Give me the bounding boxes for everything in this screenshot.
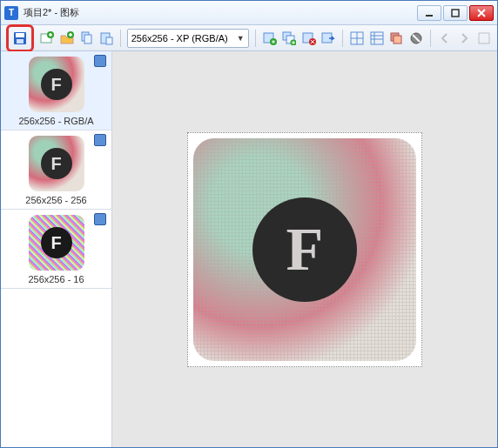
letter-f-icon: F bbox=[41, 148, 72, 179]
duplicate-frame-button[interactable] bbox=[281, 29, 297, 48]
svg-rect-1 bbox=[452, 10, 459, 17]
format-combo[interactable]: 256x256 - XP (RGB/A) ▼ bbox=[127, 29, 249, 48]
save-highlight bbox=[6, 24, 34, 52]
letter-f-icon: F bbox=[41, 227, 72, 258]
letter-f-icon: F bbox=[41, 69, 72, 100]
folder-plus-icon bbox=[60, 31, 74, 45]
svg-rect-43 bbox=[479, 33, 489, 43]
new-frame-button[interactable] bbox=[261, 29, 277, 48]
save-button[interactable] bbox=[10, 29, 30, 48]
toolbar: 256x256 - XP (RGB/A) ▼ bbox=[1, 25, 497, 51]
thumbnail-label: 256x256 - RGB/A bbox=[4, 116, 108, 126]
next-icon bbox=[457, 31, 471, 45]
frame-delete-icon bbox=[302, 31, 316, 45]
app-window: T 项目2* - 图标 256x256 - XP (RGB/A) ▼ bbox=[0, 0, 498, 448]
frame-export-icon bbox=[321, 31, 335, 45]
thumbnail-item[interactable]: F 256x256 - 256 bbox=[1, 130, 111, 210]
close-button[interactable] bbox=[469, 5, 494, 21]
grid-view-button[interactable] bbox=[349, 29, 365, 48]
add-image-button[interactable] bbox=[39, 29, 55, 48]
filter-icon bbox=[409, 31, 423, 45]
options-button[interactable] bbox=[476, 29, 492, 48]
delete-frame-button[interactable] bbox=[300, 29, 316, 48]
thumbnail-item[interactable]: F 256x256 - RGB/A bbox=[1, 51, 111, 130]
thumbnail-label: 256x256 - 16 bbox=[4, 274, 108, 284]
svg-rect-35 bbox=[371, 32, 383, 44]
filter-button[interactable] bbox=[407, 29, 423, 48]
canvas-image: F bbox=[193, 138, 416, 361]
window-title: 项目2* - 图标 bbox=[24, 6, 417, 19]
svg-rect-5 bbox=[16, 33, 24, 37]
options-icon bbox=[477, 31, 491, 45]
format-badge-icon bbox=[94, 55, 106, 67]
layers-button[interactable] bbox=[388, 29, 404, 48]
format-badge-icon bbox=[94, 134, 106, 146]
frames-plus-icon bbox=[282, 31, 296, 45]
format-badge-icon bbox=[94, 213, 106, 225]
paste-button[interactable] bbox=[98, 29, 113, 48]
thumbnail-preview: F bbox=[29, 57, 84, 112]
svg-rect-6 bbox=[17, 39, 24, 43]
grid-icon bbox=[350, 31, 364, 45]
canvas-frame[interactable]: F bbox=[187, 132, 422, 367]
thumbnail-preview: F bbox=[29, 136, 84, 191]
save-icon bbox=[13, 31, 27, 45]
thumbnail-item[interactable]: F 256x256 - 16 bbox=[1, 210, 111, 289]
app-icon: T bbox=[4, 6, 18, 20]
add-image-icon bbox=[40, 31, 54, 45]
maximize-button[interactable] bbox=[443, 5, 468, 21]
canvas-area: F bbox=[112, 51, 497, 447]
copy-button[interactable] bbox=[78, 29, 94, 48]
prev-button[interactable] bbox=[437, 29, 453, 48]
svg-rect-40 bbox=[394, 36, 401, 43]
list-icon bbox=[370, 31, 384, 45]
minimize-button[interactable] bbox=[417, 5, 441, 21]
add-folder-button[interactable] bbox=[58, 29, 74, 48]
separator bbox=[430, 30, 431, 47]
titlebar: T 项目2* - 图标 bbox=[1, 1, 497, 25]
next-button[interactable] bbox=[456, 29, 472, 48]
separator bbox=[120, 30, 121, 47]
svg-rect-17 bbox=[106, 37, 112, 44]
layers-icon bbox=[389, 31, 403, 45]
letter-f-icon: F bbox=[252, 197, 357, 302]
paste-icon bbox=[99, 31, 113, 45]
frame-plus-icon bbox=[263, 31, 277, 45]
separator bbox=[342, 30, 343, 47]
window-controls bbox=[417, 5, 494, 21]
prev-icon bbox=[438, 31, 452, 45]
format-sidebar: F 256x256 - RGB/A F 256x256 - 256 F 256x… bbox=[1, 51, 112, 447]
content-area: F 256x256 - RGB/A F 256x256 - 256 F 256x… bbox=[1, 51, 497, 447]
svg-rect-15 bbox=[84, 35, 91, 43]
format-combo-label: 256x256 - XP (RGB/A) bbox=[131, 33, 228, 43]
chevron-down-icon: ▼ bbox=[237, 34, 245, 43]
separator bbox=[255, 30, 256, 47]
list-view-button[interactable] bbox=[369, 29, 385, 48]
thumbnail-preview: F bbox=[29, 215, 84, 271]
copy-icon bbox=[79, 31, 93, 45]
thumbnail-label: 256x256 - 256 bbox=[4, 195, 108, 205]
export-frame-button[interactable] bbox=[320, 29, 336, 48]
